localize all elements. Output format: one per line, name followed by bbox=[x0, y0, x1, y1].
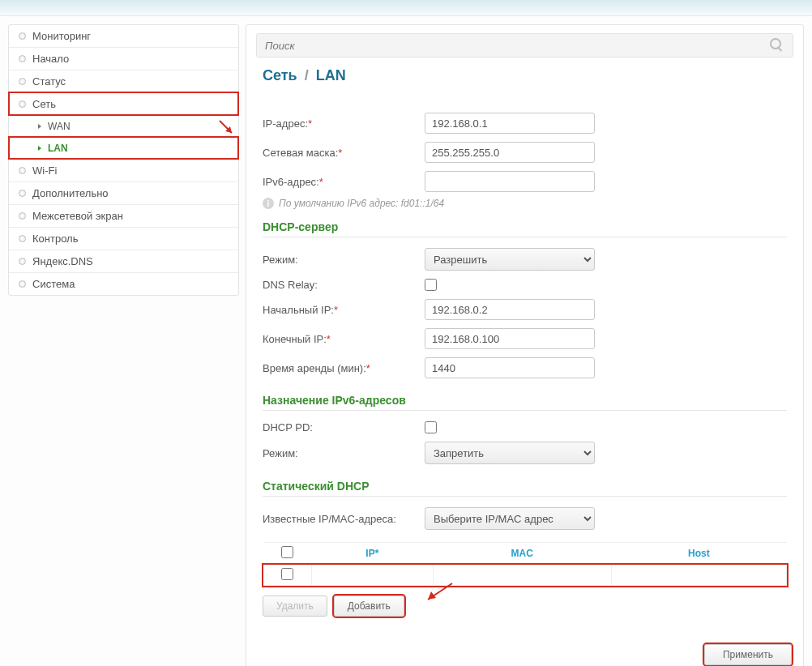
label-dhcp-pd: DHCP PD: bbox=[263, 421, 425, 433]
label-dhcp-mode: Режим: bbox=[263, 254, 425, 266]
cell-host[interactable] bbox=[611, 565, 786, 586]
section-lan: IP-адрес:* Сетевая маска:* IPv6-адрес:* … bbox=[263, 109, 787, 209]
ipv6-hint: i По умолчанию IPv6 адрес: fd01::1/64 bbox=[263, 198, 787, 209]
sidebar-item-label: Статус bbox=[32, 75, 66, 88]
lease-input[interactable] bbox=[425, 357, 595, 378]
start-ip-input[interactable] bbox=[425, 299, 595, 320]
table-row[interactable] bbox=[263, 565, 787, 586]
bullet-icon bbox=[19, 190, 26, 197]
label-ip: IP-адрес:* bbox=[263, 117, 425, 130]
bullet-icon bbox=[19, 212, 26, 220]
apply-button[interactable]: Применить bbox=[704, 644, 792, 665]
label-known-mac: Известные IP/MAC-адреса: bbox=[263, 513, 425, 525]
sidebar-item-label: Яндекс.DNS bbox=[32, 255, 93, 267]
search-bar[interactable] bbox=[256, 33, 793, 58]
sidebar-item-wan[interactable]: WAN bbox=[9, 115, 238, 137]
col-mac: MAC bbox=[433, 543, 611, 565]
label-mask: Сетевая маска:* bbox=[263, 147, 425, 159]
cell-ip[interactable] bbox=[312, 565, 434, 586]
breadcrumb-b: LAN bbox=[316, 67, 346, 83]
breadcrumb-sep: / bbox=[301, 67, 312, 83]
add-button[interactable]: Добавить bbox=[334, 596, 404, 617]
sidebar-list: Мониторинг Начало Статус Сеть WAN LAN bbox=[8, 24, 239, 296]
delete-button[interactable]: Удалить bbox=[263, 596, 327, 617]
info-icon: i bbox=[263, 198, 274, 209]
label-end-ip: Конечный IP:* bbox=[263, 333, 425, 345]
table-select-all-checkbox[interactable] bbox=[281, 546, 293, 558]
static-dhcp-buttons: Удалить Добавить bbox=[263, 596, 787, 617]
apply-row: Применить bbox=[704, 644, 792, 665]
caret-right-icon bbox=[38, 146, 41, 151]
bullet-icon bbox=[19, 235, 26, 242]
cell-mac[interactable] bbox=[433, 565, 611, 586]
bullet-icon bbox=[19, 100, 26, 108]
search-icon bbox=[770, 38, 784, 53]
ipv6-input[interactable] bbox=[425, 171, 595, 192]
top-gradient-bar bbox=[0, 0, 812, 16]
bullet-icon bbox=[19, 32, 26, 40]
sidebar-item-label: Начало bbox=[32, 53, 69, 65]
row-checkbox[interactable] bbox=[281, 568, 293, 580]
label-ipv6: IPv6-адрес:* bbox=[263, 176, 425, 188]
main-panel: Сеть / LAN IP-адрес:* Сетевая маска:* IP… bbox=[246, 24, 804, 666]
label-ipv6-mode: Режим: bbox=[263, 447, 425, 459]
bullet-icon bbox=[19, 167, 26, 174]
static-dhcp-table: IP* MAC Host bbox=[263, 542, 787, 586]
sidebar-item-yandex-dns[interactable]: Яндекс.DNS bbox=[9, 250, 238, 272]
section-static-dhcp: Статический DHCP Известные IP/MAC-адреса… bbox=[263, 480, 787, 617]
dhcp-mode-select[interactable]: Разрешить bbox=[425, 248, 595, 271]
section-title-static: Статический DHCP bbox=[263, 480, 787, 497]
section-ipv6-assign: Назначение IPv6-адресов DHCP PD: Режим: … bbox=[263, 394, 787, 468]
sidebar-item-monitoring[interactable]: Мониторинг bbox=[9, 25, 238, 47]
sidebar-item-network[interactable]: Сеть bbox=[9, 92, 238, 115]
sidebar-item-status[interactable]: Статус bbox=[9, 70, 238, 92]
sidebar: Мониторинг Начало Статус Сеть WAN LAN bbox=[8, 24, 239, 666]
sidebar-item-label: Дополнительно bbox=[32, 187, 109, 199]
breadcrumb: Сеть / LAN bbox=[263, 67, 787, 84]
sidebar-item-label: Межсетевой экран bbox=[32, 210, 123, 222]
mask-input[interactable] bbox=[425, 142, 595, 163]
sidebar-item-system[interactable]: Система bbox=[9, 272, 238, 295]
bullet-icon bbox=[19, 280, 26, 288]
label-start-ip: Начальный IP:* bbox=[263, 304, 425, 316]
label-dns-relay: DNS Relay: bbox=[263, 279, 425, 291]
section-title-ipv6: Назначение IPv6-адресов bbox=[263, 394, 787, 411]
sidebar-item-lan[interactable]: LAN bbox=[9, 137, 238, 159]
dhcp-pd-checkbox[interactable] bbox=[425, 421, 437, 433]
sidebar-item-control[interactable]: Контроль bbox=[9, 227, 238, 250]
bullet-icon bbox=[19, 55, 26, 62]
sidebar-item-label: Контроль bbox=[32, 233, 78, 245]
sidebar-item-label: Сеть bbox=[32, 98, 56, 110]
search-input[interactable] bbox=[265, 40, 770, 52]
sidebar-item-start[interactable]: Начало bbox=[9, 47, 238, 70]
sidebar-item-label: WAN bbox=[48, 121, 71, 132]
end-ip-input[interactable] bbox=[425, 328, 595, 349]
known-mac-select[interactable]: Выберите IP/MAC адрес bbox=[425, 507, 595, 530]
breadcrumb-a: Сеть bbox=[263, 67, 297, 83]
sidebar-item-firewall[interactable]: Межсетевой экран bbox=[9, 204, 238, 227]
ipv6-mode-select[interactable]: Запретить bbox=[425, 442, 595, 464]
section-dhcp: DHCP-сервер Режим: Разрешить DNS Relay: … bbox=[263, 220, 787, 382]
sidebar-item-wifi[interactable]: Wi-Fi bbox=[9, 159, 238, 181]
caret-right-icon bbox=[38, 124, 41, 129]
sidebar-item-label: Система bbox=[32, 278, 75, 290]
ip-input[interactable] bbox=[425, 113, 595, 134]
col-host: Host bbox=[611, 543, 786, 565]
sidebar-item-label: Мониторинг bbox=[32, 30, 91, 42]
bullet-icon bbox=[19, 258, 26, 265]
bullet-icon bbox=[19, 78, 26, 85]
dns-relay-checkbox[interactable] bbox=[425, 279, 437, 291]
sidebar-item-advanced[interactable]: Дополнительно bbox=[9, 181, 238, 204]
sidebar-item-label: Wi-Fi bbox=[32, 164, 57, 177]
label-lease: Время аренды (мин):* bbox=[263, 362, 425, 374]
sidebar-item-label: LAN bbox=[48, 143, 68, 154]
section-title-dhcp: DHCP-сервер bbox=[263, 220, 787, 237]
col-ip: IP* bbox=[312, 543, 434, 565]
